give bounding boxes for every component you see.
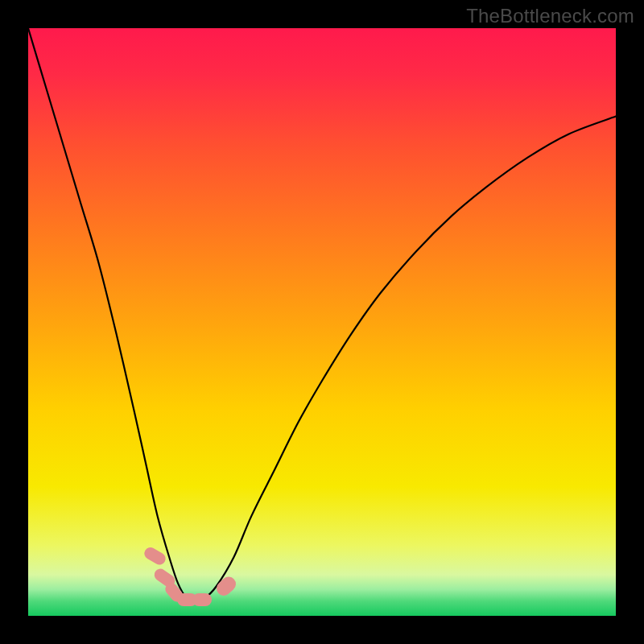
watermark-text: TheBottleneck.com (466, 5, 634, 27)
plot-area (28, 28, 616, 616)
curve-marker (192, 593, 211, 606)
bottleneck-curve (28, 28, 616, 616)
outer-frame: TheBottleneck.com (0, 0, 644, 644)
